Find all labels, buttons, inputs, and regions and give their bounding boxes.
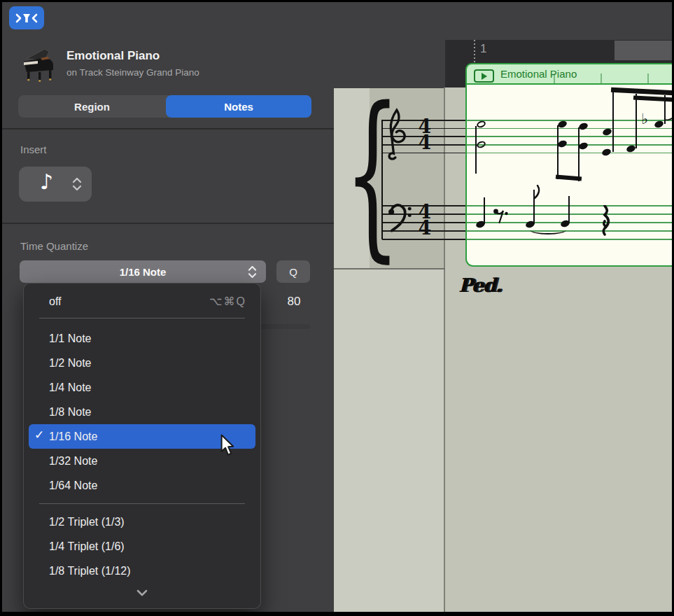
frame-edge (0, 0, 674, 2)
insert-note-value-button[interactable]: ♪ (19, 167, 92, 202)
menu-scroll-more[interactable] (24, 583, 260, 603)
region-notes-tabs: Region Notes (18, 95, 311, 118)
menu-separator (39, 318, 245, 318)
quarter-rest-icon (601, 205, 613, 236)
grand-piano-icon (17, 42, 57, 83)
score-margin-line (444, 88, 445, 612)
frame-edge (0, 612, 674, 616)
note-stem (568, 196, 570, 223)
menu-item[interactable]: 1/2 Note (24, 351, 260, 375)
velocity-value: 80 (280, 295, 308, 309)
insert-label: Insert (20, 144, 47, 155)
note-stem (557, 125, 559, 179)
menu-item[interactable]: 1/1 Note (24, 326, 260, 351)
staff-line (467, 144, 674, 146)
menu-separator (39, 503, 245, 504)
time-signature-bottom: 4 (416, 134, 434, 150)
staff-line (467, 239, 674, 240)
menu-item[interactable]: 1/64 Note (24, 473, 260, 498)
stepper-chevrons-icon (72, 177, 82, 191)
treble-clef-icon (386, 106, 409, 163)
midi-in-filter-button[interactable] (9, 6, 44, 29)
beat-tick (601, 74, 602, 83)
playhead-line[interactable] (474, 40, 475, 64)
menu-shortcut: ⌥⌘Q (209, 295, 246, 308)
menu-item[interactable]: 1/8 Triplet (1/12) (24, 559, 260, 583)
eighth-note-icon: ♪ (40, 169, 53, 194)
menu-item[interactable]: 1/4 Note (24, 375, 260, 400)
staff-line (467, 153, 674, 154)
checkmark-icon: ✓ (34, 428, 44, 442)
ruler-end-block (615, 41, 674, 60)
chevron-down-icon (136, 589, 148, 596)
pedal-mark: Ped. (458, 274, 501, 296)
eighth-flag-icon (534, 185, 544, 199)
track-title: Emotional Piano (66, 49, 160, 63)
section-divider (0, 223, 334, 224)
track-subtitle: on Track Steinway Grand Piano (66, 67, 199, 78)
eighth-rest-icon (493, 208, 508, 225)
menu-item[interactable]: 1/2 Triplet (1/3) (24, 510, 260, 534)
tab-notes[interactable]: Notes (166, 95, 311, 118)
section-divider (0, 128, 334, 130)
region-header[interactable]: Emotional Piano (465, 63, 674, 84)
bass-clef-icon (386, 201, 413, 233)
time-signature-bottom: 4 (416, 220, 434, 236)
staff-line (467, 136, 674, 137)
midi-in-filter-icon (15, 12, 38, 24)
menu-item-off[interactable]: off ⌥⌘Q (24, 289, 260, 314)
note-stem (578, 127, 580, 181)
time-quantize-value: 1/16 Note (120, 266, 167, 278)
play-icon (482, 73, 487, 80)
staff-line (467, 230, 674, 232)
flat-accidental: ♭ (641, 111, 648, 127)
region-name: Emotional Piano (500, 68, 577, 80)
menu-item[interactable]: 1/4 Triplet (1/6) (24, 534, 260, 559)
time-quantize-label: Time Quantize (20, 240, 88, 252)
staff-line (467, 128, 674, 130)
staff-line (467, 205, 674, 206)
region-play-button[interactable] (474, 69, 494, 83)
frame-edge (0, 0, 2, 616)
time-quantize-popup[interactable]: 1/16 Note (20, 260, 266, 283)
note-stem (612, 92, 614, 152)
mouse-cursor (219, 434, 236, 456)
quantize-strength-button[interactable]: Q (276, 260, 310, 283)
beat-tick (647, 74, 649, 83)
bar-number: 1 (480, 42, 486, 56)
note-stem (475, 126, 477, 174)
note-stem (484, 197, 485, 224)
garageband-score-editor: 1 { 4 4 4 4 Emotional Piano (0, 0, 674, 616)
menu-item[interactable]: 1/8 Note (24, 400, 260, 424)
tie (530, 225, 566, 234)
note-stem (636, 94, 637, 148)
popup-chevrons-icon (248, 265, 257, 279)
tab-region[interactable]: Region (18, 95, 166, 118)
